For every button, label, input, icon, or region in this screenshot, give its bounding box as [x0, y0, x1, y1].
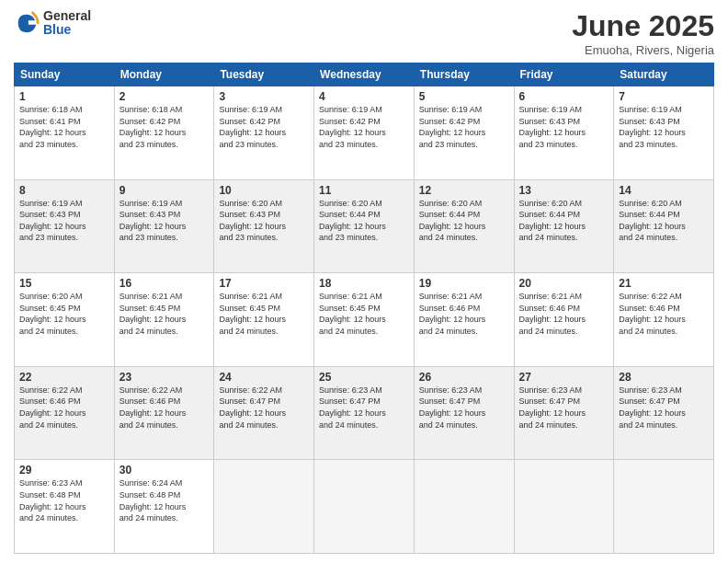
logo-icon: [14, 10, 40, 36]
table-row: 11Sunrise: 6:20 AM Sunset: 6:44 PM Dayli…: [314, 179, 415, 273]
day-info: Sunrise: 6:19 AM Sunset: 6:43 PM Dayligh…: [119, 198, 210, 244]
day-info: Sunrise: 6:19 AM Sunset: 6:43 PM Dayligh…: [19, 198, 109, 244]
col-friday: Friday: [514, 63, 614, 86]
day-info: Sunrise: 6:18 AM Sunset: 6:42 PM Dayligh…: [119, 104, 210, 150]
table-row: 22Sunrise: 6:22 AM Sunset: 6:46 PM Dayli…: [15, 366, 115, 460]
logo: General Blue: [14, 9, 91, 38]
logo-blue-text: Blue: [43, 23, 91, 37]
header-row: Sunday Monday Tuesday Wednesday Thursday…: [15, 63, 714, 86]
day-number: 4: [319, 90, 409, 103]
day-info: Sunrise: 6:20 AM Sunset: 6:43 PM Dayligh…: [219, 198, 309, 244]
table-row: 2Sunrise: 6:18 AM Sunset: 6:42 PM Daylig…: [114, 86, 214, 180]
day-number: 26: [419, 371, 509, 384]
day-number: 25: [319, 371, 409, 384]
location-subtitle: Emuoha, Rivers, Nigeria: [572, 43, 714, 57]
title-block: June 2025 Emuoha, Rivers, Nigeria: [572, 9, 714, 57]
page: General Blue June 2025 Emuoha, Rivers, N…: [0, 0, 728, 563]
day-number: 3: [219, 90, 309, 103]
col-tuesday: Tuesday: [214, 63, 314, 86]
col-monday: Monday: [114, 63, 214, 86]
day-number: 15: [19, 277, 109, 290]
day-info: Sunrise: 6:22 AM Sunset: 6:46 PM Dayligh…: [119, 385, 210, 431]
day-info: Sunrise: 6:24 AM Sunset: 6:48 PM Dayligh…: [119, 477, 210, 523]
day-info: Sunrise: 6:23 AM Sunset: 6:47 PM Dayligh…: [519, 385, 609, 431]
day-number: 22: [19, 371, 109, 384]
day-number: 2: [119, 90, 210, 103]
table-row: 27Sunrise: 6:23 AM Sunset: 6:47 PM Dayli…: [514, 366, 614, 460]
day-number: 28: [619, 371, 709, 384]
day-info: Sunrise: 6:19 AM Sunset: 6:42 PM Dayligh…: [419, 104, 509, 150]
day-number: 9: [119, 184, 210, 197]
calendar-week-row: 15Sunrise: 6:20 AM Sunset: 6:45 PM Dayli…: [15, 273, 714, 367]
table-row: 21Sunrise: 6:22 AM Sunset: 6:46 PM Dayli…: [614, 273, 714, 367]
day-info: Sunrise: 6:19 AM Sunset: 6:42 PM Dayligh…: [319, 104, 409, 150]
day-number: 13: [519, 184, 609, 197]
day-number: 6: [519, 90, 609, 103]
day-number: 23: [119, 371, 210, 384]
calendar-week-row: 29Sunrise: 6:23 AM Sunset: 6:48 PM Dayli…: [15, 460, 714, 554]
table-row: 25Sunrise: 6:23 AM Sunset: 6:47 PM Dayli…: [314, 366, 415, 460]
day-info: Sunrise: 6:21 AM Sunset: 6:45 PM Dayligh…: [119, 291, 210, 337]
table-row: 23Sunrise: 6:22 AM Sunset: 6:46 PM Dayli…: [114, 366, 214, 460]
table-row: 10Sunrise: 6:20 AM Sunset: 6:43 PM Dayli…: [214, 179, 314, 273]
day-number: 16: [119, 277, 210, 290]
calendar-table: Sunday Monday Tuesday Wednesday Thursday…: [14, 63, 714, 554]
day-number: 12: [419, 184, 509, 197]
table-row: 24Sunrise: 6:22 AM Sunset: 6:47 PM Dayli…: [214, 366, 314, 460]
table-row: 17Sunrise: 6:21 AM Sunset: 6:45 PM Dayli…: [214, 273, 314, 367]
day-number: 1: [19, 90, 109, 103]
day-number: 10: [219, 184, 309, 197]
day-info: Sunrise: 6:19 AM Sunset: 6:42 PM Dayligh…: [219, 104, 309, 150]
day-info: Sunrise: 6:20 AM Sunset: 6:44 PM Dayligh…: [619, 198, 709, 244]
day-info: Sunrise: 6:22 AM Sunset: 6:46 PM Dayligh…: [19, 385, 109, 431]
day-info: Sunrise: 6:23 AM Sunset: 6:47 PM Dayligh…: [319, 385, 409, 431]
day-number: 30: [119, 464, 210, 477]
table-row: 13Sunrise: 6:20 AM Sunset: 6:44 PM Dayli…: [514, 179, 614, 273]
table-row: 28Sunrise: 6:23 AM Sunset: 6:47 PM Dayli…: [614, 366, 714, 460]
calendar-week-row: 22Sunrise: 6:22 AM Sunset: 6:46 PM Dayli…: [15, 366, 714, 460]
month-title: June 2025: [572, 9, 714, 43]
day-info: Sunrise: 6:22 AM Sunset: 6:46 PM Dayligh…: [619, 291, 709, 337]
table-row: 1Sunrise: 6:18 AM Sunset: 6:41 PM Daylig…: [15, 86, 115, 180]
table-row: 8Sunrise: 6:19 AM Sunset: 6:43 PM Daylig…: [15, 179, 115, 273]
header: General Blue June 2025 Emuoha, Rivers, N…: [14, 9, 714, 57]
day-info: Sunrise: 6:19 AM Sunset: 6:43 PM Dayligh…: [519, 104, 609, 150]
col-wednesday: Wednesday: [314, 63, 415, 86]
day-info: Sunrise: 6:20 AM Sunset: 6:44 PM Dayligh…: [419, 198, 509, 244]
table-row: [214, 460, 314, 554]
day-info: Sunrise: 6:20 AM Sunset: 6:45 PM Dayligh…: [19, 291, 109, 337]
table-row: [614, 460, 714, 554]
table-row: 29Sunrise: 6:23 AM Sunset: 6:48 PM Dayli…: [15, 460, 115, 554]
table-row: 20Sunrise: 6:21 AM Sunset: 6:46 PM Dayli…: [514, 273, 614, 367]
table-row: [514, 460, 614, 554]
table-row: 7Sunrise: 6:19 AM Sunset: 6:43 PM Daylig…: [614, 86, 714, 180]
day-info: Sunrise: 6:23 AM Sunset: 6:47 PM Dayligh…: [419, 385, 509, 431]
table-row: 4Sunrise: 6:19 AM Sunset: 6:42 PM Daylig…: [314, 86, 415, 180]
day-info: Sunrise: 6:18 AM Sunset: 6:41 PM Dayligh…: [19, 104, 109, 150]
day-info: Sunrise: 6:21 AM Sunset: 6:45 PM Dayligh…: [219, 291, 309, 337]
logo-text: General Blue: [43, 9, 91, 38]
table-row: 14Sunrise: 6:20 AM Sunset: 6:44 PM Dayli…: [614, 179, 714, 273]
table-row: 12Sunrise: 6:20 AM Sunset: 6:44 PM Dayli…: [414, 179, 514, 273]
table-row: 15Sunrise: 6:20 AM Sunset: 6:45 PM Dayli…: [15, 273, 115, 367]
table-row: [414, 460, 514, 554]
calendar-week-row: 8Sunrise: 6:19 AM Sunset: 6:43 PM Daylig…: [15, 179, 714, 273]
day-info: Sunrise: 6:19 AM Sunset: 6:43 PM Dayligh…: [619, 104, 709, 150]
day-number: 24: [219, 371, 309, 384]
col-sunday: Sunday: [15, 63, 115, 86]
day-number: 8: [19, 184, 109, 197]
table-row: 3Sunrise: 6:19 AM Sunset: 6:42 PM Daylig…: [214, 86, 314, 180]
table-row: 16Sunrise: 6:21 AM Sunset: 6:45 PM Dayli…: [114, 273, 214, 367]
day-number: 7: [619, 90, 709, 103]
table-row: 19Sunrise: 6:21 AM Sunset: 6:46 PM Dayli…: [414, 273, 514, 367]
day-number: 17: [219, 277, 309, 290]
day-number: 19: [419, 277, 509, 290]
day-info: Sunrise: 6:21 AM Sunset: 6:46 PM Dayligh…: [419, 291, 509, 337]
day-number: 20: [519, 277, 609, 290]
table-row: 5Sunrise: 6:19 AM Sunset: 6:42 PM Daylig…: [414, 86, 514, 180]
day-number: 11: [319, 184, 409, 197]
day-number: 18: [319, 277, 409, 290]
table-row: [314, 460, 415, 554]
day-number: 29: [19, 464, 109, 477]
day-info: Sunrise: 6:22 AM Sunset: 6:47 PM Dayligh…: [219, 385, 309, 431]
